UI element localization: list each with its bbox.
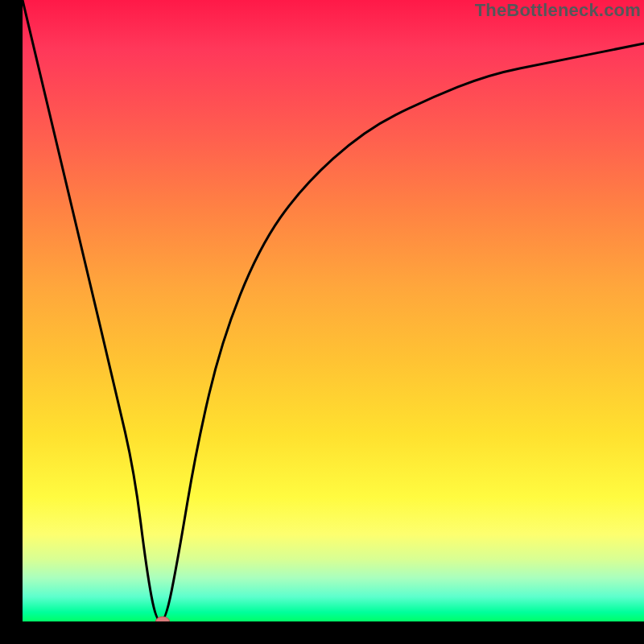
bottleneck-curve [23, 0, 644, 621]
optimal-point-marker [155, 617, 170, 622]
chart-container: TheBottleneck.com [0, 0, 644, 644]
curve-svg [23, 0, 644, 621]
plot-area: TheBottleneck.com [23, 0, 644, 621]
